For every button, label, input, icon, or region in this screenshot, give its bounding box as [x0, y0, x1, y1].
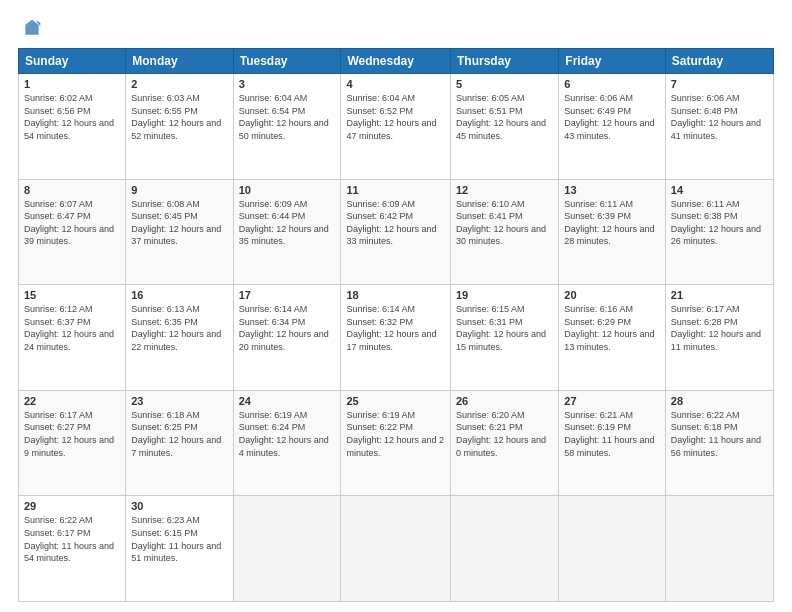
calendar-body: 1Sunrise: 6:02 AMSunset: 6:56 PMDaylight… [19, 74, 774, 602]
calendar-cell: 6Sunrise: 6:06 AMSunset: 6:49 PMDaylight… [559, 74, 666, 180]
day-info: Sunrise: 6:11 AMSunset: 6:38 PMDaylight:… [671, 198, 768, 248]
calendar-week-row: 8Sunrise: 6:07 AMSunset: 6:47 PMDaylight… [19, 179, 774, 285]
day-info: Sunrise: 6:05 AMSunset: 6:51 PMDaylight:… [456, 92, 553, 142]
calendar-cell: 20Sunrise: 6:16 AMSunset: 6:29 PMDayligh… [559, 285, 666, 391]
day-info: Sunrise: 6:14 AMSunset: 6:34 PMDaylight:… [239, 303, 336, 353]
day-header-sunday: Sunday [19, 49, 126, 74]
day-header-saturday: Saturday [665, 49, 773, 74]
day-info: Sunrise: 6:23 AMSunset: 6:15 PMDaylight:… [131, 514, 227, 564]
calendar-cell: 18Sunrise: 6:14 AMSunset: 6:32 PMDayligh… [341, 285, 451, 391]
calendar-cell: 29Sunrise: 6:22 AMSunset: 6:17 PMDayligh… [19, 496, 126, 602]
day-number: 15 [24, 289, 120, 301]
day-number: 8 [24, 184, 120, 196]
day-number: 19 [456, 289, 553, 301]
day-number: 18 [346, 289, 445, 301]
day-info: Sunrise: 6:22 AMSunset: 6:18 PMDaylight:… [671, 409, 768, 459]
day-number: 4 [346, 78, 445, 90]
calendar-cell: 21Sunrise: 6:17 AMSunset: 6:28 PMDayligh… [665, 285, 773, 391]
day-number: 23 [131, 395, 227, 407]
calendar-cell: 11Sunrise: 6:09 AMSunset: 6:42 PMDayligh… [341, 179, 451, 285]
day-number: 1 [24, 78, 120, 90]
day-info: Sunrise: 6:18 AMSunset: 6:25 PMDaylight:… [131, 409, 227, 459]
calendar-cell [559, 496, 666, 602]
day-number: 10 [239, 184, 336, 196]
calendar-cell: 4Sunrise: 6:04 AMSunset: 6:52 PMDaylight… [341, 74, 451, 180]
day-info: Sunrise: 6:11 AMSunset: 6:39 PMDaylight:… [564, 198, 660, 248]
calendar-cell [341, 496, 451, 602]
calendar-cell: 22Sunrise: 6:17 AMSunset: 6:27 PMDayligh… [19, 390, 126, 496]
day-number: 25 [346, 395, 445, 407]
calendar-cell: 26Sunrise: 6:20 AMSunset: 6:21 PMDayligh… [451, 390, 559, 496]
calendar-cell: 13Sunrise: 6:11 AMSunset: 6:39 PMDayligh… [559, 179, 666, 285]
day-info: Sunrise: 6:03 AMSunset: 6:55 PMDaylight:… [131, 92, 227, 142]
day-info: Sunrise: 6:19 AMSunset: 6:24 PMDaylight:… [239, 409, 336, 459]
calendar-cell: 17Sunrise: 6:14 AMSunset: 6:34 PMDayligh… [233, 285, 341, 391]
day-header-friday: Friday [559, 49, 666, 74]
day-header-tuesday: Tuesday [233, 49, 341, 74]
logo-icon [22, 18, 42, 38]
calendar-cell: 23Sunrise: 6:18 AMSunset: 6:25 PMDayligh… [126, 390, 233, 496]
day-number: 17 [239, 289, 336, 301]
day-info: Sunrise: 6:16 AMSunset: 6:29 PMDaylight:… [564, 303, 660, 353]
calendar-cell: 2Sunrise: 6:03 AMSunset: 6:55 PMDaylight… [126, 74, 233, 180]
day-number: 5 [456, 78, 553, 90]
day-number: 21 [671, 289, 768, 301]
calendar-cell: 10Sunrise: 6:09 AMSunset: 6:44 PMDayligh… [233, 179, 341, 285]
day-info: Sunrise: 6:13 AMSunset: 6:35 PMDaylight:… [131, 303, 227, 353]
header [18, 18, 774, 38]
calendar-cell: 19Sunrise: 6:15 AMSunset: 6:31 PMDayligh… [451, 285, 559, 391]
day-number: 12 [456, 184, 553, 196]
day-info: Sunrise: 6:02 AMSunset: 6:56 PMDaylight:… [24, 92, 120, 142]
day-info: Sunrise: 6:20 AMSunset: 6:21 PMDaylight:… [456, 409, 553, 459]
logo [18, 18, 44, 38]
calendar-week-row: 29Sunrise: 6:22 AMSunset: 6:17 PMDayligh… [19, 496, 774, 602]
day-number: 11 [346, 184, 445, 196]
calendar-week-row: 1Sunrise: 6:02 AMSunset: 6:56 PMDaylight… [19, 74, 774, 180]
day-number: 24 [239, 395, 336, 407]
calendar-week-row: 15Sunrise: 6:12 AMSunset: 6:37 PMDayligh… [19, 285, 774, 391]
day-number: 9 [131, 184, 227, 196]
day-info: Sunrise: 6:07 AMSunset: 6:47 PMDaylight:… [24, 198, 120, 248]
day-number: 6 [564, 78, 660, 90]
calendar-cell: 14Sunrise: 6:11 AMSunset: 6:38 PMDayligh… [665, 179, 773, 285]
calendar-cell: 25Sunrise: 6:19 AMSunset: 6:22 PMDayligh… [341, 390, 451, 496]
day-header-thursday: Thursday [451, 49, 559, 74]
day-header-monday: Monday [126, 49, 233, 74]
day-number: 13 [564, 184, 660, 196]
calendar-cell: 15Sunrise: 6:12 AMSunset: 6:37 PMDayligh… [19, 285, 126, 391]
calendar-cell: 8Sunrise: 6:07 AMSunset: 6:47 PMDaylight… [19, 179, 126, 285]
day-number: 27 [564, 395, 660, 407]
day-number: 22 [24, 395, 120, 407]
calendar-cell: 27Sunrise: 6:21 AMSunset: 6:19 PMDayligh… [559, 390, 666, 496]
day-number: 29 [24, 500, 120, 512]
calendar-cell [451, 496, 559, 602]
calendar-cell: 5Sunrise: 6:05 AMSunset: 6:51 PMDaylight… [451, 74, 559, 180]
day-info: Sunrise: 6:17 AMSunset: 6:28 PMDaylight:… [671, 303, 768, 353]
calendar-cell: 16Sunrise: 6:13 AMSunset: 6:35 PMDayligh… [126, 285, 233, 391]
day-number: 30 [131, 500, 227, 512]
day-info: Sunrise: 6:09 AMSunset: 6:42 PMDaylight:… [346, 198, 445, 248]
calendar-week-row: 22Sunrise: 6:17 AMSunset: 6:27 PMDayligh… [19, 390, 774, 496]
day-header-wednesday: Wednesday [341, 49, 451, 74]
day-info: Sunrise: 6:09 AMSunset: 6:44 PMDaylight:… [239, 198, 336, 248]
day-number: 16 [131, 289, 227, 301]
calendar-cell: 28Sunrise: 6:22 AMSunset: 6:18 PMDayligh… [665, 390, 773, 496]
day-info: Sunrise: 6:06 AMSunset: 6:49 PMDaylight:… [564, 92, 660, 142]
day-number: 2 [131, 78, 227, 90]
day-info: Sunrise: 6:14 AMSunset: 6:32 PMDaylight:… [346, 303, 445, 353]
day-number: 28 [671, 395, 768, 407]
day-info: Sunrise: 6:10 AMSunset: 6:41 PMDaylight:… [456, 198, 553, 248]
day-number: 20 [564, 289, 660, 301]
day-info: Sunrise: 6:06 AMSunset: 6:48 PMDaylight:… [671, 92, 768, 142]
day-number: 7 [671, 78, 768, 90]
calendar-cell: 12Sunrise: 6:10 AMSunset: 6:41 PMDayligh… [451, 179, 559, 285]
day-info: Sunrise: 6:08 AMSunset: 6:45 PMDaylight:… [131, 198, 227, 248]
day-number: 26 [456, 395, 553, 407]
calendar-cell: 9Sunrise: 6:08 AMSunset: 6:45 PMDaylight… [126, 179, 233, 285]
calendar-header-row: SundayMondayTuesdayWednesdayThursdayFrid… [19, 49, 774, 74]
calendar-table: SundayMondayTuesdayWednesdayThursdayFrid… [18, 48, 774, 602]
day-info: Sunrise: 6:21 AMSunset: 6:19 PMDaylight:… [564, 409, 660, 459]
day-info: Sunrise: 6:19 AMSunset: 6:22 PMDaylight:… [346, 409, 445, 459]
day-info: Sunrise: 6:15 AMSunset: 6:31 PMDaylight:… [456, 303, 553, 353]
calendar-cell: 3Sunrise: 6:04 AMSunset: 6:54 PMDaylight… [233, 74, 341, 180]
